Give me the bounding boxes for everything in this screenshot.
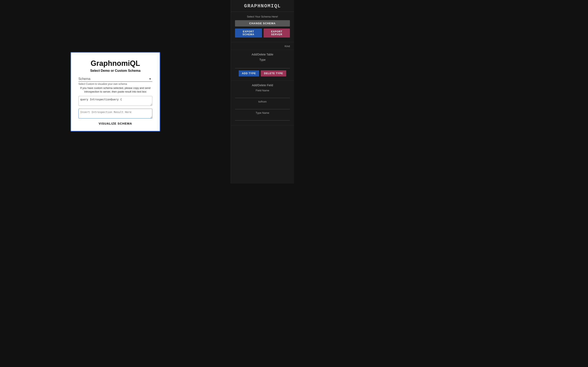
type-action-buttons-row: ADD TYPE DELETE TYPE xyxy=(235,70,290,76)
schema-select-label: Select Your Schema Here! xyxy=(235,15,290,18)
to-from-label: to/from xyxy=(235,100,290,103)
to-from-input[interactable] xyxy=(235,104,290,109)
type-name-label: Type Name xyxy=(235,111,290,114)
type-input[interactable] xyxy=(235,63,290,68)
field-name-label: Field Name xyxy=(235,89,290,92)
type-name-input[interactable] xyxy=(235,116,290,120)
main-area: GraphnomiQL Select Demo or Custom Schema… xyxy=(0,0,231,184)
add-delete-field-label: Add/Delete Field xyxy=(235,83,290,87)
modal-subtitle: Select Demo or Custom Schema xyxy=(90,69,140,73)
modal-title: GraphnomiQL xyxy=(91,59,140,68)
sidebar: GRAPHNOMIQL Select Your Schema Here! CHA… xyxy=(231,0,294,184)
introspection-result-textarea[interactable] xyxy=(78,109,152,118)
field-name-input[interactable] xyxy=(235,93,290,98)
delete-type-button[interactable]: DELETE TYPE xyxy=(261,70,286,76)
add-delete-table-label: Add/Delete Table xyxy=(235,53,290,56)
sidebar-schema-section: Select Your Schema Here! CHANGE SCHEMA E… xyxy=(231,12,294,42)
export-buttons-row: EXPORT SCHEMA EXPORT SERVER xyxy=(235,29,290,38)
schema-hint: Select Custom to visualize your own sche… xyxy=(78,83,152,85)
add-type-button[interactable]: ADD TYPE xyxy=(239,70,259,76)
sidebar-type-section: Add/Delete Table Type ADD TYPE DELETE TY… xyxy=(231,50,294,81)
export-schema-button[interactable]: EXPORT SCHEMA xyxy=(235,29,262,38)
sidebar-field-section: Add/Delete Field Field Name to/from Type… xyxy=(231,81,294,125)
kind-label: Kind xyxy=(285,45,290,48)
schema-description: If you have custom schema selected, plea… xyxy=(78,86,152,94)
schema-select[interactable]: Schema xyxy=(78,76,152,82)
type-label: Type xyxy=(235,58,290,61)
change-schema-button[interactable]: CHANGE SCHEMA xyxy=(235,20,290,26)
sidebar-header: GRAPHNOMIQL xyxy=(231,0,294,12)
sidebar-kind-section: Kind xyxy=(231,42,294,50)
schema-modal: GraphnomiQL Select Demo or Custom Schema… xyxy=(70,52,160,132)
sidebar-logo: GRAPHNOMIQL xyxy=(235,3,290,9)
visualize-schema-button[interactable]: VISUALIZE SCHEMA xyxy=(99,122,132,125)
export-server-button[interactable]: EXPORT SERVER xyxy=(264,29,290,38)
schema-select-container: Schema ▼ xyxy=(78,76,152,82)
introspection-query-textarea[interactable]: query IntrospectionQuery { xyxy=(78,96,152,106)
